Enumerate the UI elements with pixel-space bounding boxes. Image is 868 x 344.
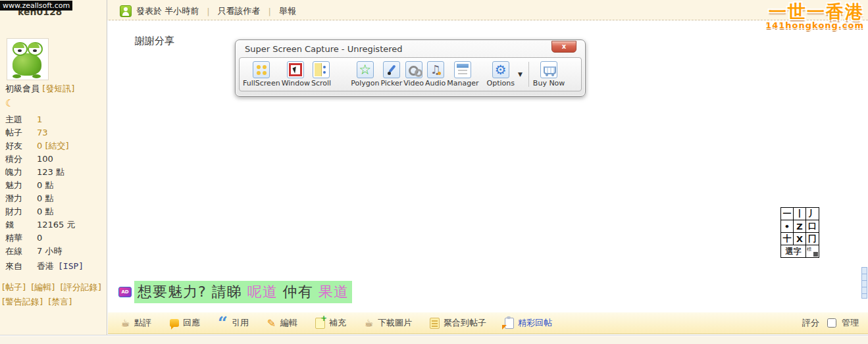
pencil-icon: ✎ <box>266 318 277 329</box>
ime-key-x[interactable]: X <box>794 233 806 245</box>
rate-link[interactable]: 評分 <box>802 317 819 329</box>
mod-links-row2: [警告記錄] [禁言] <box>2 296 74 308</box>
stat-online-hours: 在線7 小時 <box>5 245 104 258</box>
great-reply-button[interactable]: 精彩回帖 <box>503 317 552 329</box>
mod-link-edit[interactable]: [編輯] <box>31 282 55 292</box>
fullscreen-button[interactable]: FullScreen <box>243 61 280 87</box>
bottom-strip <box>0 335 868 344</box>
audio-button[interactable]: ♫ Audio <box>425 61 446 87</box>
note-plus-icon <box>315 318 326 329</box>
speech-bubble-icon <box>168 318 180 329</box>
quote-button[interactable]: “引用 <box>217 317 249 329</box>
ime-key-slash[interactable]: 丿 <box>806 208 819 220</box>
ime-mode-button[interactable]: 標 <box>806 245 819 257</box>
ime-bottom-row: 選字 標 <box>781 245 819 257</box>
ime-panel: 一 丨 丿 • Z 口 十 X 冂 選字 標 <box>780 207 819 258</box>
user-rank-line: 初級會員 [發短訊] <box>5 83 74 95</box>
frog-avatar-art <box>13 53 41 76</box>
ime-key-dot[interactable]: • <box>781 220 794 233</box>
ime-choose-button[interactable]: 選字 <box>781 245 806 257</box>
cup-icon: ☕ <box>120 318 131 329</box>
action-bar-right: 評分 管理 <box>802 317 859 329</box>
buy-now-button[interactable]: Buy Now <box>533 61 565 87</box>
toolbar-separator <box>528 62 529 87</box>
cup-icon: ☕ <box>363 318 374 329</box>
stat-charm: 魅力0 點 <box>5 179 104 192</box>
audio-icon: ♫ <box>427 61 444 78</box>
ime-key-frame[interactable]: 冂 <box>806 233 819 245</box>
super-screen-capture-window: Super Screen Capture - Unregistered x Fu… <box>235 39 586 97</box>
stat-credits: 積分100 <box>5 153 104 166</box>
stat-potential: 潛力0 點 <box>5 192 104 205</box>
ime-key-vertical[interactable]: 丨 <box>794 208 806 220</box>
window-capture-button[interactable]: Window <box>282 61 310 87</box>
window-capture-icon <box>287 61 304 78</box>
manage-link[interactable]: 管理 <box>842 317 859 329</box>
header-divider: | <box>207 7 209 16</box>
supplement-button[interactable]: 補充 <box>315 317 346 329</box>
mod-link-warning-log[interactable]: [警告記錄] <box>2 297 43 307</box>
post-message: 謝謝分享 <box>135 35 174 47</box>
post-header: 發表於 半小時前 | 只看該作者 | 舉報 <box>120 5 296 17</box>
send-pm-link[interactable]: [發短訊] <box>42 84 74 93</box>
avatar[interactable] <box>7 38 49 80</box>
document-icon <box>429 318 440 329</box>
clipboard-arrow-icon <box>503 318 515 329</box>
scroll-capture-icon <box>313 61 330 78</box>
picker-button[interactable]: Picker <box>380 61 402 87</box>
ime-key-box[interactable]: 口 <box>806 220 819 233</box>
scroll-capture-button[interactable]: Scroll <box>311 61 331 87</box>
only-author-link[interactable]: 只看該作者 <box>218 5 261 17</box>
capture-toolbar: FullScreen Window Scroll ☆ Polygon Picke… <box>239 57 582 91</box>
reply-button[interactable]: 回應 <box>168 317 200 329</box>
ad-text: 想要魅力? 請睇 呢道 仲有 果道 <box>134 281 352 303</box>
site-logo-domain: 141hongkong.com <box>765 21 864 30</box>
mod-link-ban[interactable]: [禁言] <box>48 297 72 307</box>
mod-link-posts[interactable]: [帖子] <box>2 282 26 292</box>
options-button[interactable]: ⚙ Options <box>486 61 514 87</box>
quote-icon: “ <box>217 318 228 329</box>
merge-to-post-button[interactable]: 聚合到帖子 <box>429 317 486 329</box>
manage-checkbox[interactable] <box>827 318 836 328</box>
manager-window-icon <box>454 61 471 78</box>
isp-link[interactable]: [ISP] <box>58 260 84 273</box>
ime-key-grid: 一 丨 丿 • Z 口 十 X 冂 <box>781 208 819 245</box>
moon-icon: ☾ <box>5 97 14 109</box>
site-logo[interactable]: 一世一香港 141hongkong.com <box>765 3 864 30</box>
report-link[interactable]: 舉報 <box>279 5 296 17</box>
stat-topics: 主題1 <box>5 113 104 126</box>
ad-link-there[interactable]: 果道 <box>319 283 349 300</box>
watermark: www.zeallsoft.com <box>0 1 72 11</box>
shopping-cart-icon <box>540 61 557 78</box>
manager-button[interactable]: Manager <box>447 61 478 87</box>
stat-from: 來自香港[ISP] <box>5 260 104 273</box>
polygon-star-icon: ☆ <box>357 61 374 78</box>
stat-posts: 帖子73 <box>5 126 104 139</box>
mod-links-row1: [帖子] [編輯] [評分記錄] <box>2 282 104 293</box>
stat-essence: 精華0 <box>5 232 104 245</box>
ime-key-horizontal[interactable]: 一 <box>781 208 794 220</box>
ad-link-here[interactable]: 呢道 <box>247 283 278 300</box>
comment-button[interactable]: ☕點評 <box>120 317 151 329</box>
download-images-button[interactable]: ☕下載圖片 <box>363 317 412 329</box>
options-dropdown-arrow[interactable]: ▼ <box>518 71 523 78</box>
online-user-icon <box>120 5 132 17</box>
ime-key-zigzag[interactable]: Z <box>794 220 806 233</box>
stat-boldness: 魄力123 點 <box>5 166 104 179</box>
stat-wealth: 財力0 點 <box>5 205 104 218</box>
gear-icon: ⚙ <box>492 61 509 78</box>
header-divider: | <box>268 7 271 16</box>
mod-link-rating-log[interactable]: [評分記錄] <box>61 282 101 292</box>
color-picker-icon <box>383 61 400 78</box>
quick-nav-widget[interactable] <box>861 267 867 299</box>
user-stats: 主題1 帖子73 好友0 [結交] 積分100 魄力123 點 魅力0 點 潛力… <box>5 113 104 273</box>
close-button[interactable]: x <box>551 41 576 53</box>
stat-friends: 好友0 [結交] <box>5 139 104 153</box>
polygon-button[interactable]: ☆ Polygon <box>351 61 379 87</box>
video-reel-icon <box>405 61 422 78</box>
window-title: Super Screen Capture - Unregistered <box>245 44 403 54</box>
ad-banner: AD 想要魅力? 請睇 呢道 仲有 果道 <box>118 281 352 303</box>
edit-button[interactable]: ✎編輯 <box>266 317 297 329</box>
ime-key-cross[interactable]: 十 <box>781 233 794 245</box>
video-button[interactable]: Video <box>403 61 424 87</box>
